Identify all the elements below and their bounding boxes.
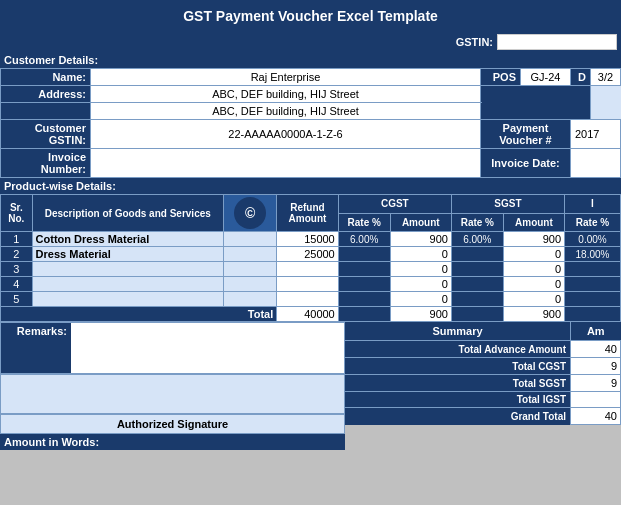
igst-rate-cell[interactable]: 0.00%	[565, 232, 621, 247]
pos-value[interactable]: GJ-24	[521, 69, 571, 86]
gstin-input[interactable]	[497, 34, 617, 50]
summary-section: Summary Am Total Advance Amount 40 Total…	[345, 322, 621, 450]
refund-cell[interactable]	[277, 262, 339, 277]
total-row: Total 40000 900 900	[1, 307, 621, 322]
logo-cell: ©	[223, 195, 276, 232]
desc-cell[interactable]	[32, 277, 223, 292]
invoice-date-value[interactable]	[571, 149, 621, 178]
sgst-rate-cell[interactable]: 6.00%	[451, 232, 503, 247]
authorized-section	[0, 374, 345, 414]
cgst-rate-cell[interactable]	[338, 292, 390, 307]
igst-rate-cell[interactable]	[565, 277, 621, 292]
total-cgst-rate	[338, 307, 390, 322]
sgst-amount-cell[interactable]: 0	[503, 262, 564, 277]
remarks-section: Remarks:	[0, 322, 345, 374]
gstin-label: GSTIN:	[456, 36, 493, 48]
sgst-rate-cell[interactable]	[451, 292, 503, 307]
product-row: 1 Cotton Dress Material 15000 6.00% 900 …	[1, 232, 621, 247]
total-sgst[interactable]: 900	[503, 307, 564, 322]
cgst-rate-cell[interactable]	[338, 262, 390, 277]
refund-cell[interactable]	[277, 292, 339, 307]
total-cgst[interactable]: 900	[390, 307, 451, 322]
cgst-rate-cell[interactable]	[338, 247, 390, 262]
invoice-date-label: Invoice Date:	[481, 149, 571, 178]
product-section-header: Product-wise Details:	[0, 178, 621, 194]
d-value[interactable]: 3/2	[591, 69, 621, 86]
igst-rate-cell[interactable]: 18.00%	[565, 247, 621, 262]
desc-cell[interactable]: Dress Material	[32, 247, 223, 262]
invoice-value[interactable]	[91, 149, 481, 178]
address-line1[interactable]: ABC, DEF building, HIJ Street	[91, 86, 481, 103]
product-row: 3 0 0	[1, 262, 621, 277]
cgst-amount-cell[interactable]: 0	[390, 247, 451, 262]
name-label: Name:	[1, 69, 91, 86]
address-line2[interactable]: ABC, DEF building, HIJ Street	[91, 103, 481, 120]
name-value[interactable]: Raj Enterprise	[91, 69, 481, 86]
sgst-rate-cell[interactable]	[451, 277, 503, 292]
sgst-amount-cell[interactable]: 900	[503, 232, 564, 247]
spacer-cell	[223, 277, 276, 292]
sgst-rate-header: Rate %	[451, 213, 503, 232]
cgst-amount-header: Amount	[390, 213, 451, 232]
pos-label: POS	[481, 69, 521, 86]
gstin-row: GSTIN:	[0, 32, 621, 52]
customer-table: Name: Raj Enterprise POS GJ-24 D 3/2 Add…	[0, 68, 621, 178]
sr-header: Sr. No.	[1, 195, 33, 232]
refund-header: Refund Amount	[277, 195, 339, 232]
spacer-cell	[223, 247, 276, 262]
spreadsheet-container: GST Payment Voucher Excel Template GSTIN…	[0, 0, 621, 450]
sr-cell: 3	[1, 262, 33, 277]
cust-gstin-value[interactable]: 22-AAAAA0000A-1-Z-6	[91, 120, 481, 149]
igst-rate-cell[interactable]	[565, 292, 621, 307]
sr-cell: 2	[1, 247, 33, 262]
desc-cell[interactable]	[32, 292, 223, 307]
refund-cell[interactable]: 15000	[277, 232, 339, 247]
total-label: Total	[1, 307, 277, 322]
summary-amount-label: Am	[571, 322, 621, 341]
page-title: GST Payment Voucher Excel Template	[0, 0, 621, 32]
cgst-header: CGST	[338, 195, 451, 214]
sgst-amount-cell[interactable]: 0	[503, 247, 564, 262]
desc-header: Description of Goods and Services	[32, 195, 223, 232]
cgst-amount-cell[interactable]: 0	[390, 262, 451, 277]
pos-spacer	[481, 86, 591, 120]
remarks-content[interactable]	[71, 323, 344, 373]
igst-rate-header: Rate %	[565, 213, 621, 232]
refund-cell[interactable]: 25000	[277, 247, 339, 262]
sr-cell: 4	[1, 277, 33, 292]
bottom-section: Remarks: Authorized Signature Amount in …	[0, 322, 621, 450]
sgst-amount-cell[interactable]: 0	[503, 277, 564, 292]
cgst-rate-cell[interactable]: 6.00%	[338, 232, 390, 247]
igst-header: I	[565, 195, 621, 214]
total-sgst-rate	[451, 307, 503, 322]
sgst-rate-cell[interactable]	[451, 262, 503, 277]
sr-cell: 5	[1, 292, 33, 307]
voucher-value[interactable]: 2017	[571, 120, 621, 149]
cgst-amount-cell[interactable]: 0	[390, 292, 451, 307]
sgst-amount-header: Amount	[503, 213, 564, 232]
customer-section-header: Customer Details:	[0, 52, 621, 68]
remarks-label: Remarks:	[1, 323, 71, 373]
igst-rate-cell[interactable]	[565, 262, 621, 277]
product-row: 2 Dress Material 25000 0 0 18.00%	[1, 247, 621, 262]
amount-words-label: Amount in Words:	[0, 434, 345, 450]
product-row: 4 0 0	[1, 277, 621, 292]
total-igst-rate	[565, 307, 621, 322]
cgst-amount-cell[interactable]: 0	[390, 277, 451, 292]
cgst-rate-cell[interactable]	[338, 277, 390, 292]
product-table: Sr. No. Description of Goods and Service…	[0, 194, 621, 322]
summary-table: Summary Am Total Advance Amount 40 Total…	[345, 322, 621, 425]
cgst-amount-cell[interactable]: 900	[390, 232, 451, 247]
spacer-cell	[223, 292, 276, 307]
product-row: 5 0 0	[1, 292, 621, 307]
refund-cell[interactable]	[277, 277, 339, 292]
total-refund[interactable]: 40000	[277, 307, 339, 322]
desc-cell[interactable]	[32, 262, 223, 277]
cust-gstin-label: Customer GSTIN:	[1, 120, 91, 149]
sgst-rate-cell[interactable]	[451, 247, 503, 262]
sgst-amount-cell[interactable]: 0	[503, 292, 564, 307]
desc-cell[interactable]: Cotton Dress Material	[32, 232, 223, 247]
address-label2	[1, 103, 91, 120]
spacer-cell	[223, 232, 276, 247]
invoice-label: Invoice Number:	[1, 149, 91, 178]
